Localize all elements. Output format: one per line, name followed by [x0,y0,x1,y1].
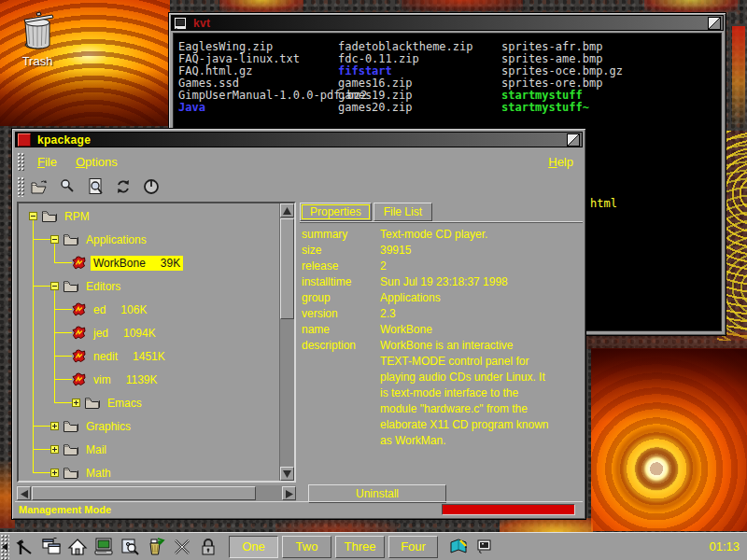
menu-file[interactable]: File [37,155,57,169]
terminal-icon [93,537,114,556]
terminal-window-icon[interactable] [174,17,187,30]
exit-icon [143,178,160,195]
home-button[interactable] [65,535,90,559]
desktop-button-three[interactable]: Three [335,536,385,558]
terminal-titlebar[interactable]: kvt [171,15,724,31]
k-menu-button[interactable] [13,535,37,559]
tree-row-workbone[interactable]: WorkBone39K [21,251,183,274]
tree-row-ed[interactable]: ed106K [21,298,149,321]
wallpaper-flame-streak [219,0,303,12]
tree-row-mail[interactable]: Mail [21,438,109,461]
scroll-down-button[interactable] [280,467,294,481]
panel-hide-button[interactable] [0,534,9,560]
terminal-title: kvt [193,17,210,30]
lock-icon [200,538,217,556]
taskbar: OneTwoThreeFour 01:13 [0,532,747,560]
property-row-installtime: installtimeSun Jul 19 23:18:37 1998 [302,274,583,290]
tab-file-list[interactable]: File List [374,203,432,221]
package-icon [72,326,86,340]
kpackage-statusbar: Management Mode [15,501,583,516]
property-label: group [302,290,380,306]
tree-row-rpm[interactable]: RPM [21,204,92,228]
collapse-minus-icon[interactable] [50,282,59,290]
expand-plus-icon[interactable] [50,469,59,477]
kill-window-button[interactable] [170,535,194,559]
terminal-maximize-button[interactable] [708,17,721,30]
help-book-button[interactable] [446,535,471,559]
scrollbar-thumb[interactable] [280,218,294,319]
exit-button[interactable] [140,176,162,197]
window-list-icon [41,538,62,556]
collapse-minus-icon[interactable] [50,235,59,244]
trash-utility-button[interactable] [144,535,168,559]
tree-row-jed[interactable]: jed1094K [21,321,159,344]
scrollbar-thumb[interactable] [32,486,256,500]
desktop-button-four[interactable]: Four [388,536,438,558]
menu-help[interactable]: Help [548,155,573,169]
menubar-grip[interactable] [17,152,24,171]
tree-row-vim[interactable]: vim1139K [21,368,160,391]
open-folder-button[interactable] [28,176,50,197]
find-file-button[interactable] [84,176,106,197]
terminal-window-button[interactable] [472,535,497,559]
taskbar-clock: 01:13 [709,539,740,553]
toolbar-grip[interactable] [17,176,24,197]
window-list-button[interactable] [39,535,63,559]
tree-row-text: nedit1451K [91,349,168,364]
scroll-left-button[interactable] [17,486,31,500]
tab-rule [300,221,583,223]
collapse-minus-icon[interactable] [29,212,37,220]
desktop-button-one[interactable]: One [229,536,278,558]
trash-desktop-icon[interactable]: Trash [9,11,65,68]
wallpaper-flame-streak [275,519,397,532]
property-row-summary: summaryText-mode CD player. [302,227,583,243]
tree-horizontal-scrollbar[interactable] [17,485,296,502]
expand-plus-icon[interactable] [72,399,80,407]
wallpaper-flame-streak [732,26,745,129]
property-label: description [302,338,380,449]
kpackage-menubar: File Options Help [15,150,583,173]
kpackage-titlebar[interactable]: kpackage [15,132,583,147]
scroll-right-button[interactable] [282,486,296,500]
reload-button[interactable] [112,176,134,197]
property-value: WorkBone [380,322,432,338]
lock-button[interactable] [196,535,220,559]
package-tree: RPMApplicationsWorkBone39KEditorsed106Kj… [21,204,277,481]
property-label: installtime [302,274,380,290]
uninstall-button[interactable]: Uninstall [308,484,446,503]
trash-label: Trash [9,54,65,68]
scroll-up-button[interactable] [280,203,294,217]
kpackage-maximize-button[interactable] [567,133,580,147]
package-icon [72,349,86,363]
tree-row-nedit[interactable]: nedit1451K [21,344,168,368]
tree-row-math[interactable]: Math [21,461,114,481]
tree-row-editors[interactable]: Editors [21,274,123,298]
find-file-icon [87,177,104,196]
tree-row-emacs[interactable]: Emacs [21,391,145,414]
expand-plus-icon[interactable] [50,422,59,430]
tree-row-applications[interactable]: Applications [21,228,149,251]
folder-icon [84,396,100,410]
property-row-group: groupApplications [302,290,583,306]
desktop-button-two[interactable]: Two [282,536,331,558]
status-mode-text: Management Mode [19,504,442,515]
wallpaper-flame-streak [644,0,738,12]
tree-line [54,309,72,310]
tree-row-text: Mail [83,442,109,457]
properties-list: summaryText-mode CD player.size39915rele… [302,227,583,483]
tree-vertical-scrollbar[interactable] [279,203,294,481]
menu-options[interactable]: Options [76,155,118,169]
info-tabbar: PropertiesFile List [300,202,583,221]
folder-icon [63,442,78,456]
find-files-button[interactable] [118,535,142,559]
property-value: WorkBone is an interactive TEXT-MODE con… [380,338,549,449]
terminal-button[interactable] [92,535,116,559]
reload-icon [115,178,132,195]
package-icon [72,256,86,270]
tab-properties[interactable]: Properties [300,203,372,221]
find-button[interactable] [56,176,78,197]
property-label: name [302,322,380,338]
expand-plus-icon[interactable] [50,445,59,454]
window-menu-button[interactable] [18,133,31,147]
tree-row-graphics[interactable]: Graphics [21,414,134,438]
